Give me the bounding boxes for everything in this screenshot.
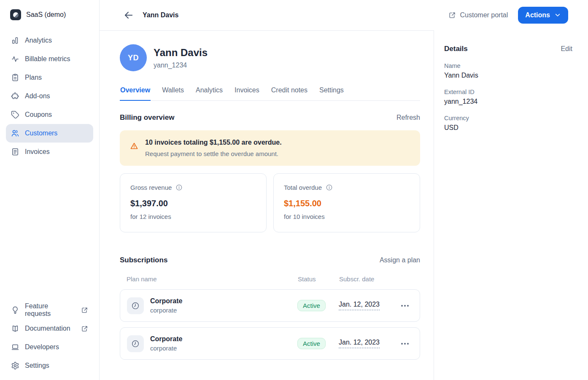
sidebar-item-add-ons[interactable]: Add-ons [6,87,93,105]
assign-plan-button[interactable]: Assign a plan [380,256,420,264]
tab-analytics[interactable]: Analytics [195,83,223,101]
lightbulb-icon [11,306,19,314]
billing-overview-title: Billing overview [120,113,174,122]
field-label: External ID [444,89,572,95]
sidebar: SaaS (demo) Analytics Billable metrics P… [0,0,100,380]
content-row: YD Yann Davis yann_1234 Overview Wallets… [100,30,588,380]
info-icon[interactable] [175,184,183,191]
overdue-alert-title: 10 invoices totaling $1,155.00 are overd… [145,139,282,146]
external-link-icon [81,325,88,332]
plan-code: corporate [150,345,182,352]
subscription-row[interactable]: Corporate corporate Active Jan. 12, 2023 [120,289,420,322]
clock-icon [127,335,144,352]
details-title: Details [444,45,468,53]
gross-revenue-label: Gross revenue [130,184,172,191]
warning-icon [130,142,138,150]
topbar: Yann Davis Customer portal Actions [100,0,588,30]
external-link-icon [81,307,88,314]
tab-settings[interactable]: Settings [319,83,344,101]
info-icon[interactable] [326,184,333,191]
subscription-row[interactable]: Corporate corporate Active Jan. 12, 2023 [120,327,420,360]
edit-button[interactable]: Edit [561,45,572,53]
sidebar-item-label: Add-ons [25,92,50,100]
customer-name: Yann Davis [154,47,208,59]
sidebar-item-customers[interactable]: Customers [6,124,93,143]
column-status: Status [298,275,339,283]
status-badge: Active [297,338,326,349]
subscriptions-title: Subscriptions [120,256,167,264]
billing-overview-header: Billing overview Refresh [120,113,420,122]
refresh-button[interactable]: Refresh [396,114,420,121]
sidebar-item-label: Documentation [25,325,70,332]
subscription-date[interactable]: Jan. 12, 2023 [339,339,380,348]
tab-invoices[interactable]: Invoices [234,83,260,101]
sidebar-item-developers[interactable]: Developers [6,338,93,356]
sidebar-item-invoices[interactable]: Invoices [6,143,93,161]
sidebar-item-coupons[interactable]: Coupons [6,105,93,124]
detail-field-currency: Currency USD [444,115,572,132]
sidebar-item-plans[interactable]: Plans [6,68,93,87]
field-label: Name [444,62,572,69]
sidebar-item-label: Feature requests [25,302,76,318]
sidebar-item-label: Analytics [25,37,52,44]
detail-field-external-id: External ID yann_1234 [444,89,572,105]
tab-credit-notes[interactable]: Credit notes [271,83,308,101]
sidebar-item-feature-requests[interactable]: Feature requests [6,301,93,319]
row-menu-button[interactable] [401,341,413,346]
book-icon [11,324,19,333]
row-menu-button[interactable] [401,303,413,308]
billing-metrics: Gross revenue $1,397.00 for 12 invoices … [120,173,420,232]
sidebar-nav: Analytics Billable metrics Plans Add-ons… [0,31,99,161]
sidebar-item-settings[interactable]: Settings [6,356,93,375]
field-label: Currency [444,115,572,121]
column-plan-name: Plan name [127,275,298,283]
actions-button-label: Actions [525,11,550,19]
plan-name: Corporate [150,335,182,343]
overdue-alert-subtitle: Request payment to settle the overdue am… [145,150,282,157]
customer-portal-link[interactable]: Customer portal [448,11,508,19]
sidebar-item-label: Customers [25,129,57,137]
detail-field-name: Name Yann Davis [444,62,572,79]
sidebar-spacer [0,161,99,301]
customer-profile: YD Yann Davis yann_1234 [120,44,420,71]
total-overdue-label: Total overdue [284,184,322,191]
overdue-alert: 10 invoices totaling $1,155.00 are overd… [120,130,420,166]
customer-tabs: Overview Wallets Analytics Invoices Cred… [120,83,420,101]
app-root: SaaS (demo) Analytics Billable metrics P… [0,0,588,380]
total-overdue-card: Total overdue $1,155.00 for 10 invoices [273,173,420,232]
clipboard-icon [11,73,19,82]
plan-code: corporate [150,307,182,314]
field-value: yann_1234 [444,98,572,105]
back-button[interactable] [123,10,134,21]
sidebar-item-analytics[interactable]: Analytics [6,31,93,50]
sidebar-item-label: Developers [25,343,59,351]
gross-revenue-card: Gross revenue $1,397.00 for 12 invoices [120,173,267,232]
org-logo-icon [10,9,21,20]
subscriptions-column-headers: Plan name Status Subscr. date [120,275,420,283]
external-link-icon [448,11,456,19]
plan-name: Corporate [150,297,182,305]
gross-revenue-caption: for 12 invoices [130,213,256,220]
customer-main: YD Yann Davis yann_1234 Overview Wallets… [100,30,434,380]
org-name: SaaS (demo) [26,11,66,19]
sidebar-item-label: Settings [25,362,49,369]
sidebar-footer-nav: Feature requests Documentation Developer… [0,301,99,375]
total-overdue-caption: for 10 invoices [284,213,410,220]
gear-icon [11,361,19,370]
tag-icon [11,110,19,119]
subscription-date[interactable]: Jan. 12, 2023 [339,301,380,310]
document-icon [11,148,19,156]
laptop-icon [11,343,19,351]
subscriptions-header: Subscriptions Assign a plan [120,256,420,264]
gross-revenue-value: $1,397.00 [130,199,256,208]
bar-chart-icon [11,36,19,45]
sidebar-item-documentation[interactable]: Documentation [6,319,93,338]
actions-button[interactable]: Actions [518,7,568,24]
page-title: Yann Davis [143,11,178,19]
puzzle-icon [11,92,19,100]
org-switcher[interactable]: SaaS (demo) [0,0,99,23]
tab-wallets[interactable]: Wallets [162,83,184,101]
sidebar-item-billable-metrics[interactable]: Billable metrics [6,50,93,68]
tab-overview[interactable]: Overview [120,83,151,101]
column-subscr-date: Subscr. date [339,275,402,283]
